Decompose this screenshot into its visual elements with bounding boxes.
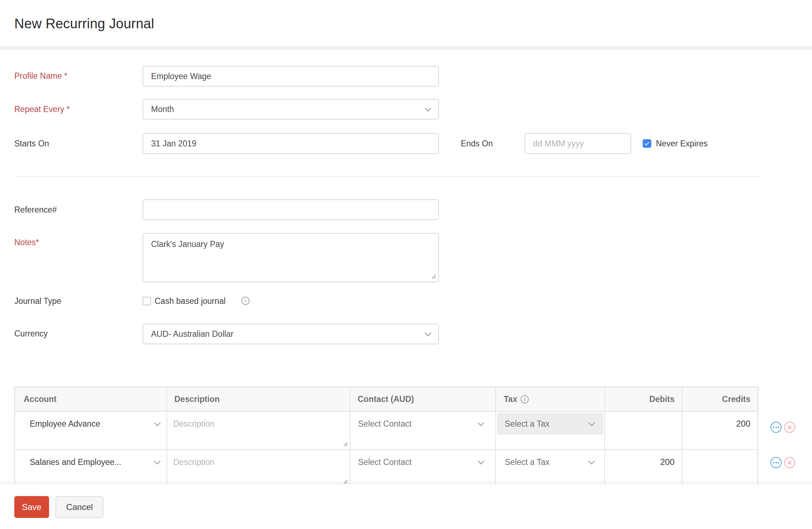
new-recurring-journal-page: New Recurring Journal Profile Name * Emp… bbox=[0, 0, 812, 529]
currency-select[interactable]: AUD- Australian Dollar bbox=[142, 324, 439, 344]
account-select[interactable]: Employee Advance bbox=[16, 413, 165, 435]
debits-input[interactable]: 200 bbox=[605, 451, 682, 473]
checkmark-icon bbox=[645, 141, 649, 145]
tax-placeholder: Select a Tax bbox=[505, 419, 550, 429]
header-account: Account bbox=[15, 387, 166, 411]
starts-on-value: 31 Jan 2019 bbox=[151, 139, 197, 149]
row-delete-icon[interactable]: × bbox=[784, 457, 795, 468]
row-actions: × bbox=[770, 457, 795, 468]
table-row: Salaries and Employee... Description Sel… bbox=[15, 449, 758, 485]
header-contact: Contact (AUD) bbox=[350, 387, 495, 411]
repeat-every-select[interactable]: Month bbox=[142, 99, 439, 120]
ends-on-placeholder: dd MMM yyyy bbox=[533, 139, 584, 149]
tax-info-icon[interactable]: i bbox=[521, 395, 529, 403]
header-credits: Credits bbox=[682, 387, 758, 411]
repeat-every-value: Month bbox=[151, 105, 174, 114]
chevron-down-icon bbox=[588, 458, 595, 464]
chevron-down-icon bbox=[425, 330, 431, 336]
chevron-down-icon bbox=[154, 419, 160, 426]
tax-select[interactable]: Select a Tax bbox=[497, 451, 603, 473]
tax-placeholder: Select a Tax bbox=[505, 457, 550, 467]
credits-input[interactable] bbox=[682, 451, 758, 473]
footer-bar: Save Cancel bbox=[0, 484, 812, 529]
cancel-button[interactable]: Cancel bbox=[55, 496, 103, 518]
account-value: Salaries and Employee... bbox=[30, 457, 121, 467]
description-placeholder: Description bbox=[173, 419, 214, 429]
description-textarea[interactable]: Description bbox=[168, 451, 349, 473]
profile-name-input[interactable]: Employee Wage bbox=[142, 66, 439, 87]
repeat-every-label: Repeat Every * bbox=[14, 105, 70, 114]
table-row: Employee Advance Description Select Cont… bbox=[15, 412, 758, 449]
account-select[interactable]: Salaries and Employee... bbox=[16, 451, 165, 473]
never-expires-checkbox[interactable] bbox=[643, 139, 651, 148]
contact-placeholder: Select Contact bbox=[358, 419, 412, 429]
page-header: New Recurring Journal bbox=[0, 0, 812, 47]
starts-on-label: Starts On bbox=[14, 139, 49, 149]
description-textarea[interactable]: Description bbox=[168, 413, 349, 435]
resize-handle-icon[interactable] bbox=[431, 273, 436, 279]
row-more-options-icon[interactable] bbox=[770, 457, 782, 468]
header-debits: Debits bbox=[604, 387, 682, 411]
header-tax: Tax i bbox=[495, 387, 604, 411]
account-value: Employee Advance bbox=[30, 419, 100, 429]
info-icon[interactable]: i bbox=[241, 297, 250, 305]
row-actions: × bbox=[770, 422, 795, 433]
section-divider bbox=[14, 176, 758, 177]
page-title: New Recurring Journal bbox=[14, 15, 154, 32]
header-tax-label: Tax bbox=[504, 394, 517, 404]
header-description: Description bbox=[166, 387, 350, 411]
cash-based-journal-label: Cash based journal bbox=[155, 296, 226, 306]
save-button[interactable]: Save bbox=[14, 496, 49, 518]
notes-textarea[interactable]: Clark's January Pay bbox=[142, 233, 439, 282]
tax-select[interactable]: Select a Tax bbox=[497, 413, 603, 435]
resize-handle-icon[interactable] bbox=[342, 441, 348, 446]
reference-label: Reference# bbox=[14, 205, 57, 215]
chevron-down-icon bbox=[154, 458, 160, 464]
profile-name-label: Profile Name * bbox=[14, 71, 67, 81]
chevron-down-icon bbox=[425, 105, 431, 111]
line-items-table: Account Description Contact (AUD) Tax i … bbox=[14, 387, 758, 485]
ends-on-input[interactable]: dd MMM yyyy bbox=[525, 133, 631, 154]
resize-handle-icon[interactable] bbox=[342, 479, 348, 484]
row-more-options-icon[interactable] bbox=[770, 422, 782, 433]
journal-type-label: Journal Type bbox=[14, 296, 61, 306]
notes-label: Notes* bbox=[14, 238, 39, 247]
row-delete-icon[interactable]: × bbox=[784, 422, 795, 433]
currency-value: AUD- Australian Dollar bbox=[151, 329, 233, 339]
currency-label: Currency bbox=[14, 329, 48, 339]
table-header-row: Account Description Contact (AUD) Tax i … bbox=[15, 387, 758, 412]
ends-on-label: Ends On bbox=[461, 139, 493, 149]
starts-on-input[interactable]: 31 Jan 2019 bbox=[142, 133, 439, 154]
credits-input[interactable]: 200 bbox=[682, 413, 758, 435]
chevron-down-icon bbox=[588, 419, 595, 426]
contact-select[interactable]: Select Contact bbox=[352, 413, 494, 435]
chevron-down-icon bbox=[478, 419, 484, 426]
contact-placeholder: Select Contact bbox=[358, 457, 412, 467]
chevron-down-icon bbox=[478, 458, 484, 464]
contact-select[interactable]: Select Contact bbox=[352, 451, 494, 473]
notes-value: Clark's January Pay bbox=[151, 239, 224, 249]
description-placeholder: Description bbox=[173, 457, 214, 467]
profile-name-value: Employee Wage bbox=[151, 72, 211, 81]
debits-input[interactable] bbox=[605, 413, 682, 435]
cash-based-journal-checkbox[interactable] bbox=[142, 297, 151, 305]
never-expires-label: Never Expires bbox=[656, 139, 707, 149]
reference-input[interactable] bbox=[142, 199, 439, 220]
